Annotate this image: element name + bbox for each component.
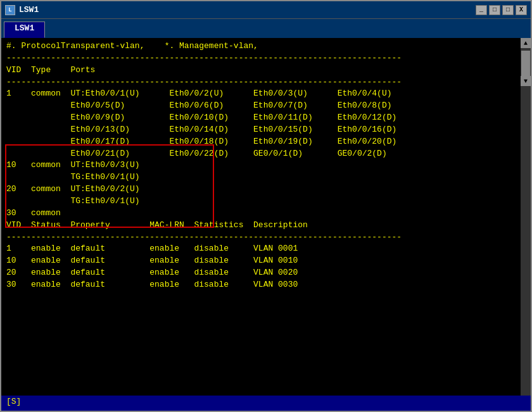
scroll-down-button[interactable]: ▼ [521, 76, 531, 86]
app-icon: L [5, 5, 15, 15]
title-bar-left: L LSW1 [5, 5, 39, 15]
main-window: L LSW1 _ □ □ X LSW1 #. ProtocolTranspare… [0, 0, 532, 412]
tab-lsw1[interactable]: LSW1 [4, 22, 45, 38]
window-title: LSW1 [19, 5, 39, 15]
terminal-area: #. ProtocolTransparent-vlan, *. Manageme… [1, 38, 531, 396]
terminal-line: 20 enable default enable disable VLAN 00… [6, 267, 513, 279]
terminal-line: 30 common [6, 208, 513, 220]
minimize-button[interactable]: _ [476, 5, 487, 15]
terminal-line: ----------------------------------------… [6, 77, 513, 89]
terminal-line: 10 enable default enable disable VLAN 00… [6, 255, 513, 267]
terminal-line: Eth0/0/9(D) Eth0/0/10(D) Eth0/0/11(D) Et… [6, 112, 513, 124]
terminal-line: TG:Eth0/0/1(U) [6, 172, 513, 184]
tab-bar: LSW1 [1, 19, 531, 38]
terminal-line: 30 enable default enable disable VLAN 00… [6, 279, 513, 291]
maximize-button[interactable]: □ [502, 5, 514, 15]
terminal-line: Eth0/0/5(D) Eth0/0/6(D) Eth0/0/7(D) Eth0… [6, 100, 513, 112]
terminal-line: 10 common UT:Eth0/0/3(U) [6, 159, 513, 172]
terminal-line: TG:Eth0/0/1(U) [6, 196, 513, 208]
terminal-line: #. ProtocolTransparent-vlan, *. Manageme… [6, 41, 513, 53]
status-text: [S] [6, 397, 21, 406]
terminal-line: 1 common UT:Eth0/0/1(U) Eth0/0/2(U) Eth0… [6, 88, 513, 100]
terminal-line: VID Type Ports [6, 65, 513, 77]
scrollbar[interactable]: ▲ ▼ [521, 38, 531, 396]
terminal-content: #. ProtocolTransparent-vlan, *. Manageme… [6, 41, 526, 393]
terminal-line: Eth0/0/21(D) Eth0/0/22(D) GE0/0/1(D) GE0… [6, 148, 513, 160]
scroll-up-button[interactable]: ▲ [521, 38, 531, 48]
terminal-line: VID Status Property MAC-LRN Statistics D… [6, 220, 513, 232]
terminal-line: Eth0/0/13(D) Eth0/0/14(D) Eth0/0/15(D) E… [6, 124, 513, 136]
terminal-line: 1 enable default enable disable VLAN 000… [6, 243, 513, 255]
restore-button[interactable]: □ [489, 5, 500, 15]
terminal-line: ----------------------------------------… [6, 53, 513, 65]
terminal-line: Eth0/0/17(D) Eth0/0/18(D) Eth0/0/19(D) E… [6, 136, 513, 148]
terminal-line: ----------------------------------------… [6, 232, 513, 244]
title-bar-controls: _ □ □ X [476, 5, 527, 15]
terminal-line: 20 common UT:Eth0/0/2(U) [6, 184, 513, 196]
title-bar: L LSW1 _ □ □ X [1, 1, 531, 19]
status-bar: [S] [1, 396, 531, 411]
close-button[interactable]: X [516, 5, 527, 15]
scrollbar-thumb[interactable] [521, 51, 530, 76]
